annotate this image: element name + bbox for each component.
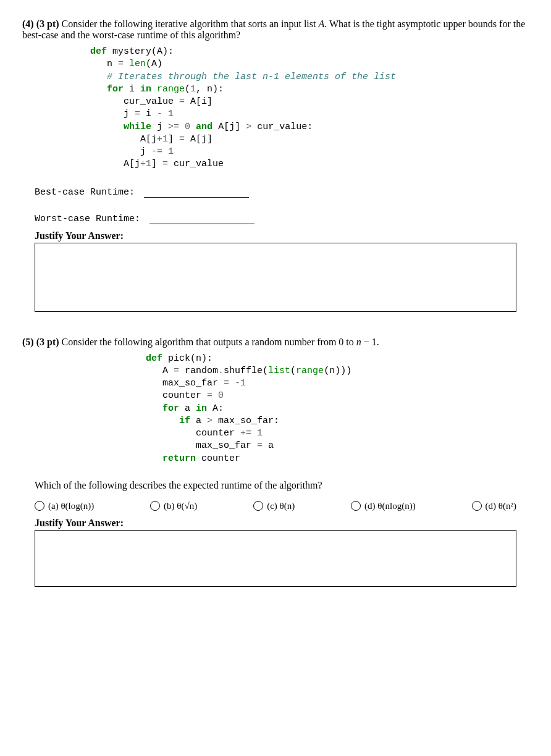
q4-points: (3 pt): [36, 19, 59, 29]
q5-option-c[interactable]: (c) θ(n): [253, 501, 295, 511]
worst-case-blank[interactable]: [149, 224, 254, 224]
q5-subquestion: Which of the following describes the exp…: [35, 480, 516, 491]
best-case-label: Best-case Runtime:: [35, 187, 135, 198]
radio-icon[interactable]: [35, 501, 44, 511]
q5-option-b-label: (b) θ(√n): [164, 501, 197, 511]
best-case-blank[interactable]: [144, 197, 249, 198]
q4-prompt-1: Consider the following iterative algorit…: [62, 19, 319, 29]
radio-icon[interactable]: [253, 501, 263, 511]
q5-option-d[interactable]: (d) θ(nlog(n)): [351, 501, 416, 511]
worst-case-label: Worst-case Runtime:: [35, 214, 140, 224]
q5-answer-box[interactable]: [35, 530, 516, 587]
q5-prompt-2: − 1.: [361, 337, 379, 347]
q5-option-d-label: (d) θ(nlog(n)): [364, 501, 416, 511]
q5-points: (3 pt): [36, 337, 59, 347]
q4-var-a: A: [318, 19, 324, 29]
radio-icon[interactable]: [472, 501, 482, 511]
q5-code-block: def pick(n): A = random.shuffle(list(ran…: [146, 353, 529, 465]
q4-answer-box[interactable]: [35, 243, 516, 312]
q5-justify-label: Justify Your Answer:: [35, 518, 529, 529]
q5-header: (5) (3 pt) Consider the following algori…: [22, 337, 529, 348]
q5-option-c-label: (c) θ(n): [267, 501, 295, 511]
q5-prompt-1: Consider the following algorithm that ou…: [62, 337, 356, 347]
worst-case-line: Worst-case Runtime:: [35, 214, 529, 224]
q5-options-row: (a) θ(log(n)) (b) θ(√n) (c) θ(n) (d) θ(n…: [35, 501, 516, 511]
best-case-line: Best-case Runtime:: [35, 187, 529, 198]
q5-number: (5): [22, 337, 34, 347]
radio-icon[interactable]: [150, 501, 160, 511]
radio-icon[interactable]: [351, 501, 361, 511]
q5-option-e[interactable]: (d) θ(n²): [472, 501, 516, 511]
q5-option-a-label: (a) θ(log(n)): [48, 501, 94, 511]
q4-number: (4): [22, 19, 34, 29]
q5-option-b[interactable]: (b) θ(√n): [150, 501, 197, 511]
q4-justify-label: Justify Your Answer:: [35, 230, 529, 242]
q5-var-n: n: [356, 337, 361, 347]
q4-code-block: def mystery(A): n = len(A) # Iterates th…: [90, 46, 529, 171]
q5-option-e-label: (d) θ(n²): [486, 501, 516, 511]
q5-option-a[interactable]: (a) θ(log(n)): [35, 501, 94, 511]
q4-header: (4) (3 pt) Consider the following iterat…: [22, 19, 529, 41]
